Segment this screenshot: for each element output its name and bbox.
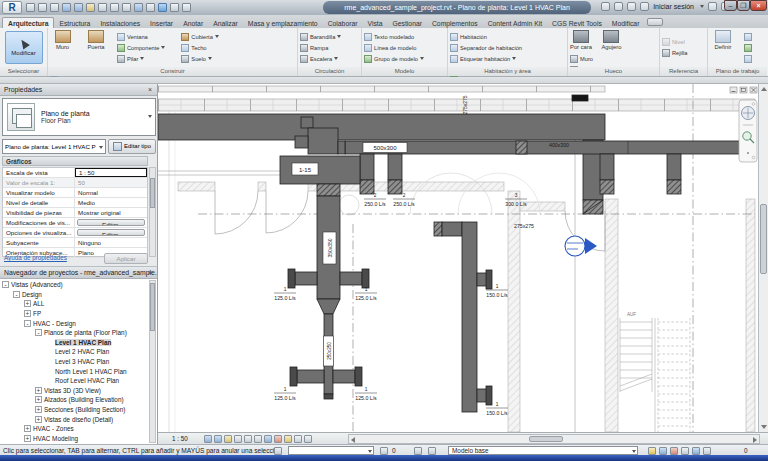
hueco-muro-button[interactable]: Muro bbox=[568, 53, 608, 64]
detail-level-icon[interactable] bbox=[204, 435, 212, 443]
app-menu-button[interactable]: R bbox=[2, 1, 22, 14]
tab-masa[interactable]: Masa y emplazamiento bbox=[243, 18, 323, 28]
muro-button[interactable]: Muro bbox=[49, 30, 76, 50]
edit-type-button[interactable]: Editar tipo bbox=[108, 139, 156, 154]
tab-vista[interactable]: Vista bbox=[362, 18, 387, 28]
view-window-controls[interactable] bbox=[730, 87, 757, 93]
panel-label-circulacion[interactable]: Circulación bbox=[298, 67, 361, 76]
properties-filter-combo[interactable]: Plano de planta: Level 1 HVAC P bbox=[2, 139, 106, 154]
flow-label[interactable]: 125.0 L/s bbox=[355, 395, 377, 401]
signin-dropdown-icon[interactable] bbox=[700, 5, 704, 8]
close-button[interactable]: × bbox=[750, 0, 767, 11]
tree-item-fp[interactable]: +FP bbox=[0, 309, 150, 319]
vertical-scroll-thumb[interactable] bbox=[760, 204, 767, 274]
flow-label[interactable]: 150.0 L/s bbox=[486, 292, 508, 298]
duct-branch[interactable] bbox=[340, 272, 362, 285]
duct-branch[interactable] bbox=[297, 370, 324, 383]
section-graficos[interactable]: Gráficos bbox=[2, 156, 148, 166]
expand-icon[interactable]: + bbox=[35, 396, 42, 403]
panel-label-construir[interactable]: Construir bbox=[48, 67, 297, 76]
duct-size-label[interactable]: 275x275 bbox=[462, 95, 468, 114]
worksharing-display-icon[interactable] bbox=[284, 435, 292, 443]
prop-row-detalle[interactable]: Nivel de detalle Medio bbox=[3, 198, 147, 208]
flow-tag[interactable]: 1 bbox=[284, 387, 287, 392]
select-by-face-icon[interactable] bbox=[692, 447, 700, 455]
select-links-icon[interactable] bbox=[670, 447, 678, 455]
zoom-icon[interactable] bbox=[743, 132, 751, 140]
cubierta-button[interactable]: Cubierta bbox=[179, 31, 233, 42]
show-workplane-button[interactable] bbox=[742, 31, 756, 42]
ribbon-state-toggle-icon[interactable] bbox=[647, 18, 663, 26]
flow-tag[interactable]: 1 bbox=[496, 402, 499, 407]
flow-label[interactable]: 250.0 L/s bbox=[364, 201, 386, 207]
duct-size-label[interactable]: 350x350 bbox=[327, 238, 333, 257]
windows-taskbar[interactable] bbox=[0, 455, 768, 461]
properties-help-link[interactable]: Ayuda de propiedades bbox=[4, 254, 67, 261]
flow-tag[interactable]: 2 bbox=[374, 193, 377, 198]
visual-style-icon[interactable] bbox=[214, 435, 222, 443]
viewer-button[interactable] bbox=[742, 53, 756, 64]
3d-view-icon[interactable] bbox=[134, 3, 143, 12]
flow-tag[interactable]: 1 bbox=[365, 387, 368, 392]
scroll-right-icon[interactable] bbox=[753, 437, 757, 443]
tree-item-hvac-modeling[interactable]: +HVAC Modeling bbox=[0, 434, 150, 444]
favorites-icon[interactable] bbox=[627, 2, 636, 11]
flow-tag[interactable]: 2 bbox=[403, 193, 406, 198]
tree-item-level-1-hvac-plan[interactable]: Level 1 HVAC Plan bbox=[0, 338, 150, 348]
separador-habitacion-button[interactable]: Separador de habitación bbox=[448, 42, 522, 53]
agujero-button[interactable]: Agujero bbox=[599, 30, 623, 50]
flow-label[interactable]: 125.0 L/s bbox=[274, 395, 296, 401]
rejilla-button[interactable]: Rejilla bbox=[660, 47, 706, 58]
grupo-modelo-button[interactable]: Grupo de modelo bbox=[362, 53, 446, 64]
panel-label-referencia[interactable]: Referencia bbox=[660, 67, 707, 76]
tab-colaborar[interactable]: Colaborar bbox=[323, 18, 363, 28]
reveal-constraints-icon[interactable] bbox=[304, 435, 312, 443]
type-selector-dropdown-icon[interactable] bbox=[148, 115, 152, 118]
panel-label-seleccionar[interactable]: Seleccionar bbox=[0, 67, 47, 76]
duct-drop[interactable] bbox=[388, 154, 402, 180]
nivel-button[interactable]: Nivel bbox=[660, 36, 706, 47]
properties-scrollbar[interactable] bbox=[149, 167, 156, 257]
habitacion-button[interactable]: Habitación bbox=[448, 31, 522, 42]
suelo-button[interactable]: Suelo bbox=[179, 53, 233, 64]
prop-value[interactable]: Mostrar original bbox=[75, 208, 147, 217]
flow-tag[interactable]: 1 bbox=[496, 284, 499, 289]
barandilla-button[interactable]: Barandilla bbox=[298, 31, 360, 42]
redo-icon[interactable] bbox=[74, 3, 83, 12]
expand-icon[interactable]: + bbox=[35, 416, 42, 423]
panel-label-habitacion[interactable]: Habitación y área bbox=[448, 67, 567, 76]
tree-item-alzados[interactable]: +Alzados (Building Elevation) bbox=[0, 395, 150, 405]
puerta-button[interactable]: Puerta bbox=[82, 30, 109, 50]
exchange-apps-icon[interactable] bbox=[708, 2, 717, 11]
reveal-hidden-elements-icon[interactable] bbox=[274, 435, 282, 443]
sun-path-icon[interactable] bbox=[224, 435, 232, 443]
prop-value[interactable]: 1 : 50 bbox=[75, 168, 147, 177]
measure-icon[interactable] bbox=[98, 3, 107, 12]
temporary-view-properties-icon[interactable] bbox=[294, 435, 302, 443]
flow-tag[interactable]: 3 bbox=[515, 193, 518, 198]
prop-value[interactable]: Ninguno bbox=[75, 238, 147, 247]
pilar-button[interactable]: Pilar bbox=[115, 53, 175, 64]
navbar-more-icon[interactable] bbox=[747, 152, 749, 154]
tree-item-secciones[interactable]: +Secciones (Building Section) bbox=[0, 405, 150, 415]
flow-tag[interactable]: 1 bbox=[365, 287, 368, 292]
design-options-icon[interactable] bbox=[414, 447, 422, 455]
duct-branch[interactable] bbox=[333, 370, 355, 383]
subscription-icon[interactable] bbox=[614, 2, 623, 11]
expand-icon[interactable]: + bbox=[24, 300, 31, 307]
prop-value[interactable]: Normal bbox=[75, 188, 147, 197]
close-hidden-windows-icon[interactable] bbox=[170, 3, 179, 12]
rampa-button[interactable]: Rampa bbox=[298, 42, 360, 53]
navigation-bar[interactable] bbox=[739, 100, 757, 162]
tree-item-level-3-hvac-plan[interactable]: Level 3 HVAC Plan bbox=[0, 357, 150, 367]
prop-row-piezas[interactable]: Visibilidad de piezas Mostrar original bbox=[3, 208, 147, 218]
temporary-hide-isolate-icon[interactable] bbox=[264, 435, 272, 443]
properties-header[interactable]: Propiedades × bbox=[0, 84, 157, 96]
expand-icon[interactable]: + bbox=[24, 435, 31, 442]
section-icon[interactable] bbox=[146, 3, 155, 12]
definir-button[interactable]: Definir bbox=[709, 30, 737, 50]
panel-label-plano-trabajo[interactable]: Plano de trabajo bbox=[708, 67, 767, 76]
expand-icon[interactable]: - bbox=[35, 329, 42, 336]
expand-icon[interactable]: - bbox=[2, 281, 9, 288]
flow-label[interactable]: 250.0 L/s bbox=[393, 201, 415, 207]
